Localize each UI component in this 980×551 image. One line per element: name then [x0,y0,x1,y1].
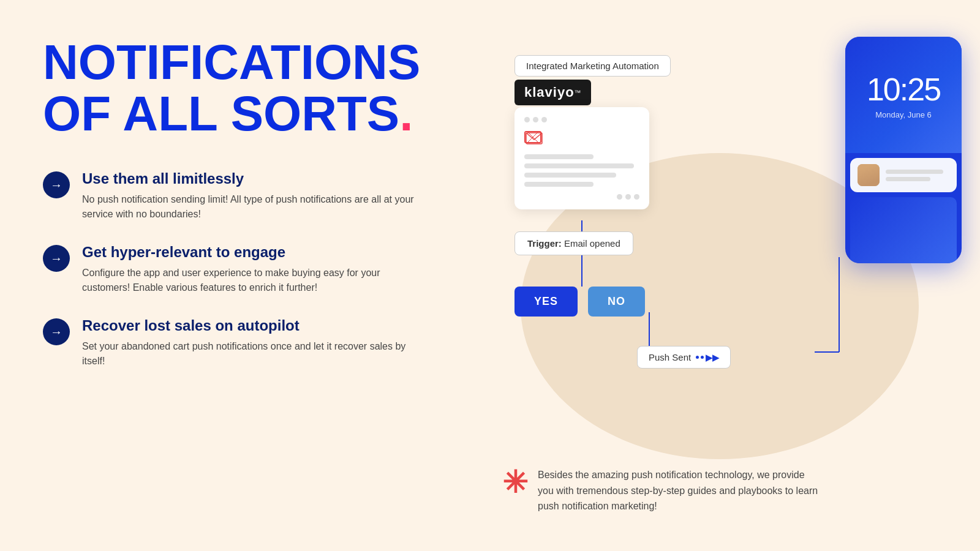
bottom-dot-3 [634,194,639,200]
trigger-value: Email opened [564,238,620,249]
yes-button[interactable]: YES [514,287,578,317]
feature-item-recover: Recover lost sales on autopilot Set your… [43,317,447,369]
right-panel: Integrated Marketing Automation klaviyo™… [459,0,980,551]
feature-text-3: Recover lost sales on autopilot Set your… [82,317,425,369]
feature-body-2: Configure the app and user experience to… [82,266,425,295]
feature-body-3: Set your abandoned cart push notificatio… [82,339,425,369]
card-lines [524,154,639,187]
trigger-label: Trigger: [527,238,562,249]
feature-heading-1: Use them all limitlessly [82,170,425,187]
card-line-1 [524,154,594,159]
notif-line-1 [886,170,943,174]
push-sent-box: Push Sent ▶▶ [637,346,731,369]
arrow-symbol: ▶▶ [706,353,719,362]
klaviyo-super: ™ [575,89,581,96]
arrow-icon-3 [43,318,70,345]
phone-date: Monday, June 6 [875,110,932,119]
feature-heading-3: Recover lost sales on autopilot [82,317,425,334]
no-button[interactable]: NO [588,287,645,317]
title-dot: . [399,86,413,141]
bottom-dot-1 [617,194,622,200]
ima-label: Integrated Marketing Automation [526,61,659,71]
card-line-4 [524,182,594,187]
push-sent-label: Push Sent [649,352,691,362]
card-dots [524,117,639,122]
card-bottom-dots [524,194,639,200]
phone-screen-top: 10:25 Monday, June 6 [845,37,962,153]
klaviyo-text: klaviyo [524,84,575,100]
feature-body-1: No push notification sending limit! All … [82,192,425,222]
dot-1 [524,117,530,122]
arr-dot-1 [696,356,699,359]
dot-3 [541,117,547,122]
email-card [514,107,649,209]
bottom-dot-2 [625,194,631,200]
arr-dot-2 [701,356,704,359]
dot-2 [533,117,538,122]
push-sent-arrows: ▶▶ [696,353,719,362]
feature-item-limitless: Use them all limitlessly No push notific… [43,170,447,222]
feature-text-2: Get hyper-relevant to engage Configure t… [82,244,425,295]
feature-item-relevant: Get hyper-relevant to engage Configure t… [43,244,447,295]
phone-time: 10:25 [867,71,940,108]
title-line1: NOTIFICATIONS [43,35,420,89]
phone-notification [850,158,957,192]
title-line2: OF ALL SORTS [43,86,399,141]
email-icon [524,131,541,143]
svg-rect-6 [526,133,542,144]
phone-image-area [850,197,957,263]
card-line-2 [524,163,634,168]
arrow-icon-1 [43,171,70,198]
main-title: NOTIFICATIONS OF ALL SORTS. [43,37,447,140]
notif-lines [886,170,949,181]
feature-list: Use them all limitlessly No push notific… [43,170,447,369]
feature-text-1: Use them all limitlessly No push notific… [82,170,425,222]
ima-box: Integrated Marketing Automation [514,55,671,77]
feature-heading-2: Get hyper-relevant to engage [82,244,425,261]
arrow-icon-2 [43,245,70,272]
notif-avatar [858,164,880,186]
left-panel: NOTIFICATIONS OF ALL SORTS. Use them all… [43,37,447,369]
trigger-box: Trigger: Email opened [514,231,633,255]
phone-mockup: 10:25 Monday, June 6 [845,37,962,263]
email-icon-container [524,131,639,147]
notif-line-2 [886,177,930,181]
klaviyo-badge: klaviyo™ [514,80,591,105]
avatar-image [858,164,880,186]
card-line-3 [524,173,616,178]
